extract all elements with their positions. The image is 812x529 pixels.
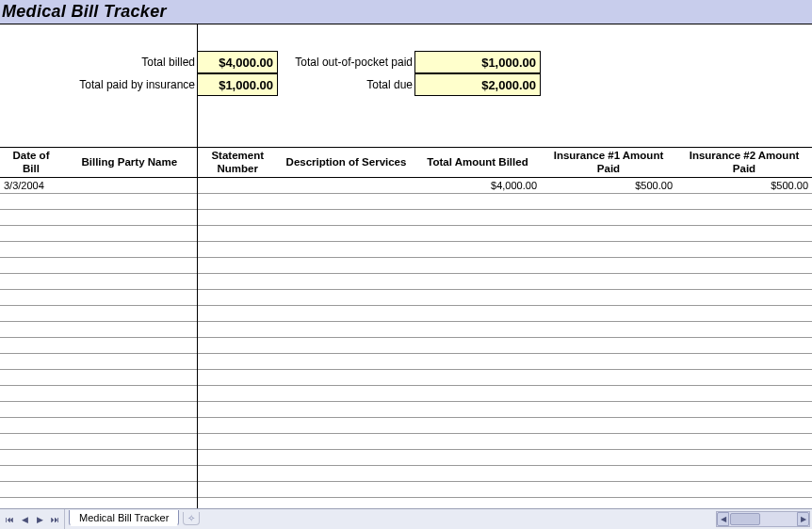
cell-total[interactable] (414, 434, 541, 450)
cell-total[interactable] (414, 322, 541, 338)
cell-ins1[interactable] (541, 354, 676, 370)
cell-desc[interactable] (278, 210, 414, 226)
cell-ins1[interactable] (541, 450, 676, 466)
scroll-right-icon[interactable]: ▶ (797, 512, 809, 526)
cell-party[interactable] (62, 226, 197, 242)
cell-ins2[interactable] (676, 482, 812, 498)
cell-stmt[interactable] (197, 258, 278, 274)
cell-ins1[interactable] (541, 386, 676, 402)
col-header-ins1[interactable]: Insurance #1 Amount Paid (541, 148, 676, 178)
cell-party[interactable] (62, 210, 197, 226)
cell-date[interactable] (0, 338, 62, 354)
cell-ins2[interactable] (676, 194, 812, 210)
cell-party[interactable] (62, 482, 197, 498)
cell-ins2[interactable] (676, 322, 812, 338)
cell-desc[interactable] (278, 306, 414, 322)
cell-desc[interactable] (278, 194, 414, 210)
cell-stmt[interactable] (197, 434, 278, 450)
cell-date[interactable] (0, 354, 62, 370)
cell-party[interactable] (62, 338, 197, 354)
cell-party[interactable] (62, 306, 197, 322)
cell-ins1[interactable] (541, 466, 676, 482)
cell-party[interactable] (62, 194, 197, 210)
cell-total[interactable] (414, 258, 541, 274)
cell-date[interactable] (0, 418, 62, 434)
scroll-left-icon[interactable]: ◀ (717, 512, 729, 526)
cell-party[interactable] (62, 386, 197, 402)
cell-stmt[interactable] (197, 418, 278, 434)
cell-desc[interactable] (278, 418, 414, 434)
cell-ins2[interactable] (676, 210, 812, 226)
cell-desc[interactable] (278, 258, 414, 274)
cell-ins2[interactable] (676, 242, 812, 258)
cell-ins1[interactable] (541, 322, 676, 338)
cell-stmt[interactable] (197, 242, 278, 258)
cell-total[interactable] (414, 418, 541, 434)
total-billed-value[interactable]: $4,000.00 (197, 51, 278, 73)
col-header-desc[interactable]: Description of Services (278, 148, 414, 178)
cell-total[interactable] (414, 338, 541, 354)
cell-desc[interactable] (278, 242, 414, 258)
cell-party[interactable] (62, 242, 197, 258)
cell-date[interactable] (0, 210, 62, 226)
cell-stmt[interactable] (197, 306, 278, 322)
cell-date[interactable] (0, 242, 62, 258)
cell-ins1[interactable] (541, 482, 676, 498)
cell-total[interactable] (414, 226, 541, 242)
col-header-date[interactable]: Date of Bill (0, 148, 62, 178)
sheet-tab-active[interactable]: Medical Bill Tracker (69, 510, 179, 526)
cell-desc[interactable] (278, 274, 414, 290)
cell-stmt[interactable] (197, 386, 278, 402)
cell-ins1[interactable] (541, 306, 676, 322)
cell-total[interactable] (414, 402, 541, 418)
cell-ins2[interactable] (676, 306, 812, 322)
cell-total[interactable] (414, 370, 541, 386)
cell-stmt[interactable] (197, 322, 278, 338)
cell-total[interactable] (414, 450, 541, 466)
cell-desc[interactable] (278, 402, 414, 418)
col-header-party[interactable]: Billing Party Name (62, 148, 197, 178)
cell-ins2[interactable] (676, 354, 812, 370)
total-paid-insurance-value[interactable]: $1,000.00 (197, 73, 278, 96)
scrollbar-thumb[interactable] (730, 513, 760, 525)
cell-total[interactable]: $4,000.00 (414, 178, 541, 194)
cell-date[interactable] (0, 258, 62, 274)
cell-total[interactable] (414, 482, 541, 498)
cell-date[interactable] (0, 434, 62, 450)
cell-date[interactable] (0, 370, 62, 386)
cell-total[interactable] (414, 386, 541, 402)
cell-total[interactable] (414, 242, 541, 258)
cell-ins2[interactable] (676, 450, 812, 466)
col-header-total[interactable]: Total Amount Billed (414, 148, 541, 178)
cell-ins2[interactable] (676, 370, 812, 386)
cell-ins1[interactable] (541, 434, 676, 450)
cell-date[interactable] (0, 306, 62, 322)
cell-stmt[interactable] (197, 466, 278, 482)
cell-ins1[interactable] (541, 370, 676, 386)
cell-desc[interactable] (278, 370, 414, 386)
cell-ins2[interactable]: $500.00 (676, 178, 812, 194)
cell-stmt[interactable] (197, 482, 278, 498)
cell-party[interactable] (62, 402, 197, 418)
cell-date[interactable] (0, 274, 62, 290)
cell-party[interactable] (62, 178, 197, 194)
cell-stmt[interactable] (197, 178, 278, 194)
col-header-ins2[interactable]: Insurance #2 Amount Paid (676, 148, 812, 178)
cell-stmt[interactable] (197, 338, 278, 354)
cell-party[interactable] (62, 370, 197, 386)
cell-total[interactable] (414, 306, 541, 322)
cell-desc[interactable] (278, 482, 414, 498)
cell-ins2[interactable] (676, 402, 812, 418)
cell-ins2[interactable] (676, 434, 812, 450)
cell-ins1[interactable] (541, 402, 676, 418)
cell-stmt[interactable] (197, 450, 278, 466)
cell-ins1[interactable] (541, 226, 676, 242)
add-sheet-icon[interactable]: ✧ (183, 512, 200, 525)
cell-ins2[interactable] (676, 466, 812, 482)
tab-nav-first-icon[interactable]: ⏮ (2, 512, 17, 527)
cell-ins2[interactable] (676, 338, 812, 354)
cell-ins1[interactable] (541, 258, 676, 274)
tab-nav-last-icon[interactable]: ⏭ (47, 512, 62, 527)
cell-ins1[interactable] (541, 194, 676, 210)
cell-total[interactable] (414, 274, 541, 290)
